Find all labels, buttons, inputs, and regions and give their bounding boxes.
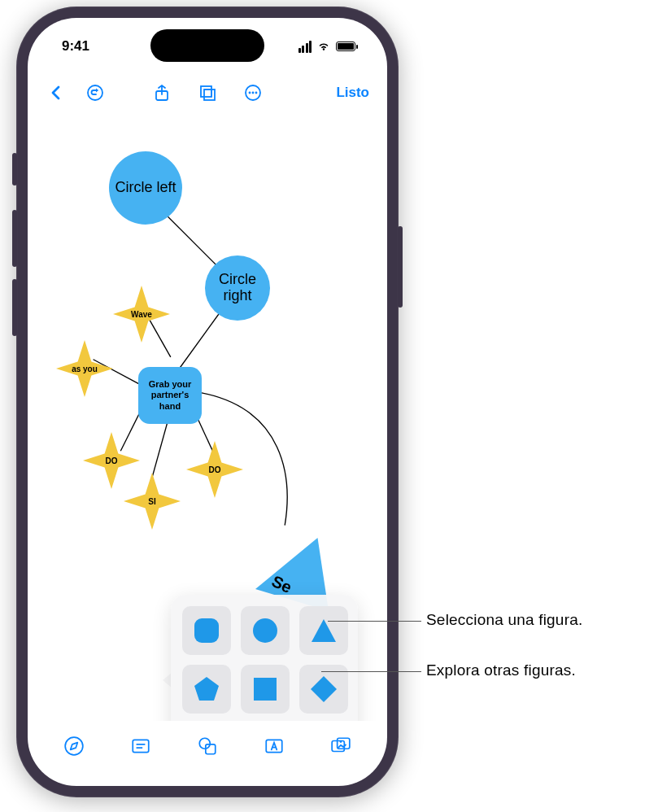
back-button[interactable] <box>42 79 70 107</box>
media-icon <box>330 736 351 757</box>
status-time: 9:41 <box>62 38 89 55</box>
status-right <box>298 39 359 54</box>
share-button[interactable] <box>148 79 176 107</box>
undo-button[interactable] <box>81 79 109 107</box>
bottom-toolbar <box>28 726 387 766</box>
top-toolbar: Listo <box>28 75 387 111</box>
board-grab-square[interactable]: Grab your partner's hand <box>138 367 202 424</box>
callout-line-select <box>328 621 421 622</box>
pen-tool-button[interactable] <box>62 734 86 758</box>
shape-square[interactable] <box>241 665 290 714</box>
shape-label: DO <box>209 465 221 474</box>
side-button-vol-up <box>12 210 17 267</box>
more-button[interactable] <box>239 79 267 107</box>
shape-label: Circle right <box>205 272 270 304</box>
shape-pentagon[interactable] <box>182 665 231 714</box>
svg-rect-15 <box>194 618 219 643</box>
side-button-power <box>398 226 403 308</box>
text-tool-button[interactable] <box>262 734 286 758</box>
phone-frame: 9:41 <box>16 7 399 797</box>
note-icon <box>130 736 151 757</box>
media-tool-button[interactable] <box>329 734 353 758</box>
svg-point-5 <box>249 92 251 94</box>
callout-line-browse <box>321 671 421 672</box>
svg-point-28 <box>340 740 342 743</box>
shape-triangle[interactable] <box>299 606 348 655</box>
svg-point-7 <box>255 92 258 94</box>
text-icon <box>264 736 285 757</box>
pen-icon <box>63 736 85 757</box>
grid-button[interactable] <box>194 79 221 107</box>
svg-point-16 <box>253 618 277 643</box>
shape-label: Circle left <box>115 180 176 196</box>
chevron-left-icon <box>46 83 66 103</box>
svg-rect-2 <box>201 86 211 97</box>
board-circle-left[interactable]: Circle left <box>109 151 182 225</box>
shape-label: Grab your partner's hand <box>142 379 198 412</box>
shape-circle[interactable] <box>241 606 290 655</box>
shape-label: Wave <box>131 310 152 319</box>
side-button-silence <box>12 153 17 186</box>
shapes-icon <box>197 736 218 757</box>
cellular-icon <box>298 41 312 53</box>
svg-rect-20 <box>133 740 149 752</box>
shape-rounded-square[interactable] <box>182 606 231 655</box>
svg-rect-3 <box>204 89 215 100</box>
shapes-tool-button[interactable] <box>195 734 220 758</box>
callout-browse-shapes: Explora otras figuras. <box>426 661 576 679</box>
status-bar: 9:41 <box>28 34 387 59</box>
ellipsis-circle-icon <box>243 83 263 103</box>
svg-rect-24 <box>206 744 216 754</box>
svg-rect-17 <box>254 678 277 701</box>
note-tool-button[interactable] <box>129 734 153 758</box>
svg-point-6 <box>252 92 255 94</box>
svg-point-19 <box>65 737 83 755</box>
board-star-si[interactable]: SI <box>124 473 181 530</box>
done-button[interactable]: Listo <box>333 85 369 101</box>
shape-label: DO <box>106 456 118 465</box>
shapes-popover <box>171 595 358 721</box>
callout-select-shape: Selecciona una figura. <box>426 611 582 629</box>
svg-point-0 <box>88 85 102 100</box>
shape-label: SI <box>148 497 155 506</box>
grid-icon <box>198 83 217 103</box>
shape-diamond[interactable] <box>299 665 348 714</box>
board-circle-right[interactable]: Circle right <box>205 255 270 321</box>
board-star-do2[interactable]: DO <box>186 441 243 498</box>
freeform-canvas[interactable]: Circle left Circle right Grab your partn… <box>28 111 387 721</box>
wifi-icon <box>316 39 331 54</box>
battery-icon <box>336 41 358 51</box>
svg-point-23 <box>199 738 210 749</box>
side-button-vol-down <box>12 279 17 336</box>
undo-icon <box>85 83 105 103</box>
shape-label: as you <box>72 365 98 373</box>
board-star-asyou[interactable]: as you <box>56 340 113 397</box>
board-star-wave[interactable]: Wave <box>113 286 170 343</box>
share-icon <box>152 83 172 103</box>
